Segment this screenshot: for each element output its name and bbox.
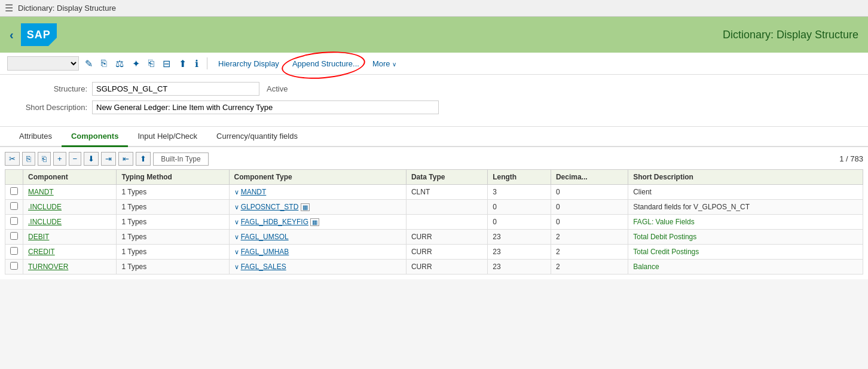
short-desc-row: Short Description: — [10, 100, 858, 114]
checkbox-input[interactable] — [10, 232, 18, 240]
cell-short-desc: Total Debit Postings — [628, 230, 863, 245]
cell-component-type[interactable]: ∨ GLPOSNCT_STD ▦ — [229, 200, 406, 215]
header: ‹ SAP Dictionary: Display Structure — [0, 17, 868, 53]
table-toolbar: ✂ ⎘ ⎗ + − ⬇ ⇥ ⇤ ⬆ Built-In Type 1 / 783 — [5, 152, 863, 166]
short-desc-input[interactable] — [92, 100, 439, 114]
toolbar-icon-1[interactable]: ✎ — [82, 57, 95, 71]
row-checkbox — [5, 230, 23, 245]
cell-component-type[interactable]: ∨ FAGL_HDB_KEYFIG ▦ — [229, 215, 406, 230]
cell-data-type — [406, 200, 487, 215]
checkbox-input[interactable] — [10, 247, 18, 255]
checkbox-input[interactable] — [10, 187, 18, 195]
tab-currency-qty[interactable]: Currency/quantity fields — [207, 127, 307, 147]
header-title: Dictionary: Display Structure — [723, 29, 858, 41]
table-icon: ▦ — [310, 218, 319, 226]
cell-component[interactable]: MANDT — [23, 185, 117, 200]
col-checkbox — [5, 170, 23, 185]
cut-button[interactable]: ✂ — [5, 152, 20, 166]
tabs-bar: Attributes Components Input Help/Check C… — [0, 127, 868, 147]
copy-button[interactable]: ⎘ — [22, 152, 35, 166]
cell-component-type[interactable]: ∨ FAGL_UMSOL — [229, 230, 406, 245]
append-structure-wrapper: Append Structure... — [288, 57, 364, 71]
table-row: TURNOVER1 Types∨ FAGL_SALESCURR232Balanc… — [5, 260, 863, 275]
toolbar-icon-6[interactable]: ⊟ — [160, 57, 173, 71]
short-desc-label: Short Description: — [10, 103, 87, 112]
structure-input[interactable] — [92, 82, 259, 96]
tab-components[interactable]: Components — [62, 127, 128, 147]
back-button[interactable]: ‹ — [10, 28, 14, 42]
more-label: More — [372, 59, 390, 68]
table-row: .INCLUDE1 Types∨ GLPOSNCT_STD ▦00Standar… — [5, 200, 863, 215]
toolbar-select[interactable] — [7, 56, 79, 71]
cell-decimal: 0 — [551, 185, 628, 200]
builtin-type-button[interactable]: Built-In Type — [153, 153, 208, 166]
table-area: ✂ ⎘ ⎗ + − ⬇ ⇥ ⇤ ⬆ Built-In Type 1 / 783 … — [0, 147, 868, 279]
table-row: DEBIT1 Types∨ FAGL_UMSOLCURR232Total Deb… — [5, 230, 863, 245]
hierarchy-display-button[interactable]: Hierarchy Display — [213, 57, 284, 71]
cell-component[interactable]: TURNOVER — [23, 260, 117, 275]
toolbar-icon-2[interactable]: ⎘ — [99, 57, 109, 70]
toolbar-icon-5[interactable]: ⎗ — [146, 57, 157, 70]
append-structure-button[interactable]: Append Structure... — [288, 57, 364, 71]
col-typing-method: Typing Method — [117, 170, 229, 185]
cell-decimal: 2 — [551, 245, 628, 260]
cell-component[interactable]: .INCLUDE — [23, 200, 117, 215]
cell-data-type: CURR — [406, 230, 487, 245]
cell-short-desc: FAGL: Value Fields — [628, 215, 863, 230]
add-row-button[interactable]: + — [53, 152, 66, 166]
paste-button[interactable]: ⎗ — [38, 152, 51, 166]
cell-length: 23 — [488, 260, 551, 275]
checkbox-input[interactable] — [10, 217, 18, 225]
tab-attributes[interactable]: Attributes — [10, 127, 62, 147]
cell-component[interactable]: DEBIT — [23, 230, 117, 245]
delete-row-button[interactable]: − — [69, 152, 82, 166]
cell-short-desc: Standard fields for V_GLPOS_N_CT — [628, 200, 863, 215]
cell-typing-method: 1 Types — [117, 230, 229, 245]
comp-type-link[interactable]: FAGL_UMSOL — [241, 233, 289, 241]
cell-component[interactable]: CREDIT — [23, 245, 117, 260]
col-component-type: Component Type — [229, 170, 406, 185]
hamburger-icon[interactable]: ☰ — [5, 2, 13, 14]
form-area: Structure: Active Short Description: — [0, 75, 868, 127]
status-badge: Active — [267, 84, 288, 93]
comp-type-link[interactable]: FAGL_SALES — [241, 263, 286, 271]
cell-data-type — [406, 215, 487, 230]
move-down-button[interactable]: ⬇ — [84, 152, 99, 166]
comp-type-link[interactable]: FAGL_HDB_KEYFIG — [241, 218, 308, 226]
toolbar-icon-3[interactable]: ⚖ — [113, 57, 126, 71]
comp-type-link[interactable]: MANDT — [241, 188, 267, 196]
cell-typing-method: 1 Types — [117, 215, 229, 230]
cell-typing-method: 1 Types — [117, 200, 229, 215]
sap-logo: SAP — [21, 23, 57, 46]
comp-type-link[interactable]: GLPOSNCT_STD — [241, 203, 299, 211]
cell-length: 23 — [488, 230, 551, 245]
cell-decimal: 2 — [551, 260, 628, 275]
move-up-button[interactable]: ⬆ — [136, 152, 151, 166]
sap-logo-text: SAP — [27, 29, 51, 41]
col-short-desc: Short Description — [628, 170, 863, 185]
toolbar-icon-4[interactable]: ✦ — [130, 57, 142, 71]
row-checkbox — [5, 215, 23, 230]
checkbox-input[interactable] — [10, 202, 18, 210]
top-bar-title: Dictionary: Display Structure — [18, 4, 116, 13]
col-length: Length — [488, 170, 551, 185]
comp-type-link[interactable]: FAGL_UMHAB — [241, 248, 289, 256]
top-bar: ☰ Dictionary: Display Structure — [0, 0, 868, 17]
toolbar-icon-7[interactable]: ⬆ — [176, 57, 189, 71]
cell-component-type[interactable]: ∨ FAGL_UMHAB — [229, 245, 406, 260]
cell-decimal: 0 — [551, 215, 628, 230]
cell-component-type[interactable]: ∨ FAGL_SALES — [229, 260, 406, 275]
cell-component[interactable]: .INCLUDE — [23, 215, 117, 230]
toolbar-icon-8[interactable]: ℹ — [192, 57, 201, 71]
cell-data-type: CLNT — [406, 185, 487, 200]
move-out-button[interactable]: ⇤ — [118, 152, 133, 166]
checkbox-input[interactable] — [10, 262, 18, 270]
cell-typing-method: 1 Types — [117, 260, 229, 275]
table-row: MANDT1 Types∨ MANDTCLNT30Client — [5, 185, 863, 200]
tab-input-help[interactable]: Input Help/Check — [128, 127, 207, 147]
cell-component-type[interactable]: ∨ MANDT — [229, 185, 406, 200]
row-checkbox — [5, 200, 23, 215]
move-in-button[interactable]: ⇥ — [101, 152, 116, 166]
more-button[interactable]: More ∨ — [368, 57, 401, 71]
table-body: MANDT1 Types∨ MANDTCLNT30Client.INCLUDE1… — [5, 185, 863, 275]
